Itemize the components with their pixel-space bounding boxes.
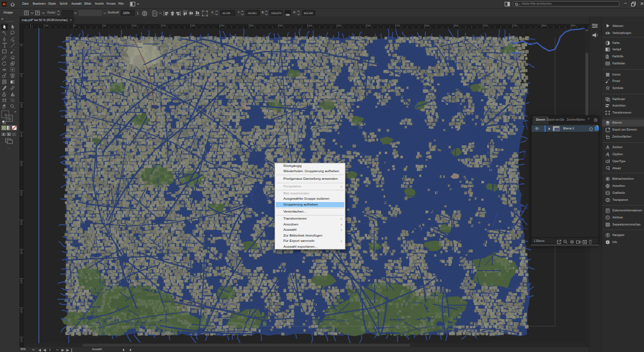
svg-text:...: ... <box>7 146 10 149</box>
svg-text:«: « <box>1 17 4 21</box>
svg-text:?: ? <box>8 118 11 121</box>
